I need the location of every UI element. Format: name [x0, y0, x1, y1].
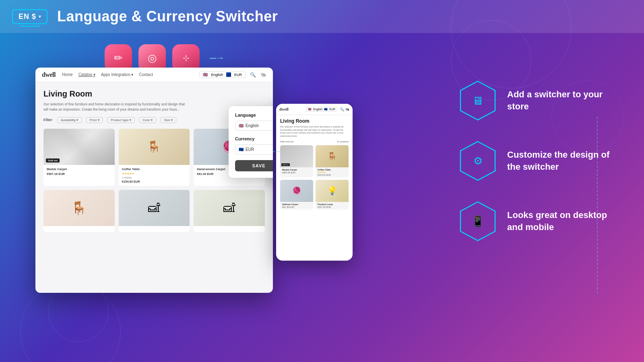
mobile-img-marble: Sold out [280, 145, 313, 167]
mobile-name-lamp: Pendant Lamp [318, 203, 347, 206]
mockup-logo: dwell [42, 71, 56, 78]
store-icon: 🖥 [472, 94, 483, 107]
product-card-coffee[interactable]: 🪑 Coffee Table ★★★★★ 1 review €154.63 EU… [119, 129, 190, 186]
currency-select[interactable]: 🇪🇺 EUR ▾ [235, 144, 273, 154]
nav-apps[interactable]: Apps Integration ▾ [101, 72, 134, 77]
mobile-info-coffee: Coffee Table ★★★★★ €154.53 EUR [316, 167, 349, 177]
filter-color[interactable]: Color ▾ [139, 117, 156, 123]
mobile-name-carpet: Hallowe Carpet [282, 203, 311, 206]
filter-label: Filter: [43, 118, 53, 122]
mobile-mockup: dwell 🇬🇧 English 🇪🇺 EUR 🔍 🛍 Living Room … [276, 104, 353, 261]
mobile-lang-bar[interactable]: 🇬🇧 English 🇪🇺 EUR [306, 107, 337, 112]
nav-contact[interactable]: Contact [139, 72, 153, 77]
product-name-coffee: Coffee Table [122, 167, 187, 171]
product-stars-coffee: ★★★★★ [122, 172, 187, 175]
desktop-mockup: dwell Home Catalog ▾ Apps Integration ▾ … [35, 68, 273, 293]
product-card-chair[interactable]: 🪑 [43, 190, 115, 232]
mobile-product-coffee[interactable]: 🪑 Coffee Table ★★★★★ €154.53 EUR [316, 145, 349, 177]
filter-price[interactable]: Price ▾ [86, 117, 103, 123]
mockup-description: Our selection of fine furniture and home… [43, 102, 188, 112]
mobile-products-grid: Sold out Marble Carpet €906.50 EUR 🪑 Cof… [280, 145, 349, 210]
product-price-marble: €907.16 EUR [47, 172, 111, 176]
mobile-filter-bar: Filter and sort 11 products [280, 140, 349, 143]
mobile-flag-en: 🇬🇧 [308, 108, 312, 111]
eyedropper-icon: ✏ [114, 52, 123, 64]
mobile-icons: 🔍 🛍 [340, 107, 349, 111]
feature-text-3: Looks great on desktop and mobile [507, 209, 620, 233]
mobile-content: Living Room Our selection of fine furnit… [276, 115, 353, 213]
feature-item-3: 📱 Looks great on desktop and mobile [460, 201, 620, 241]
filter-product-type[interactable]: Product type ▾ [107, 117, 135, 123]
mobile-filter-text[interactable]: Filter and sort [280, 140, 294, 143]
nav-home[interactable]: Home [62, 72, 73, 77]
nav-catalog[interactable]: Catalog ▾ [78, 72, 95, 77]
product-info-sofa [119, 226, 190, 232]
product-info-marble: Marble Carpet €907.16 EUR [43, 165, 115, 178]
mobile-flag-eu: 🇪🇺 [324, 108, 328, 111]
mobile-product-marble[interactable]: Sold out Marble Carpet €906.50 EUR [280, 145, 313, 177]
product-review-coffee: 1 review [122, 176, 187, 179]
badge-underline [20, 26, 40, 27]
mobile-name-marble: Marble Carpet [282, 169, 311, 171]
mobile-sold-out-badge: Sold out [281, 163, 290, 166]
lang-currency-bar[interactable]: 🇬🇧 English 🇪🇺 EUR [199, 71, 246, 78]
product-card-sofa[interactable]: 🛋 [119, 190, 190, 232]
mobile-navbar: dwell 🇬🇧 English 🇪🇺 EUR 🔍 🛍 [276, 104, 353, 115]
mobile-price-carpet: €81.35 EUR [282, 206, 311, 208]
features-section: 🖥 Add a switcher to your store ⚙ Customi… [460, 80, 620, 241]
product-name-marble: Marble Carpet [47, 167, 111, 171]
mobile-img-coffee: 🪑 [316, 145, 349, 167]
language-section-title: Language [235, 113, 273, 117]
arrow-connector: - - - → [209, 53, 223, 63]
filter-size[interactable]: Size ▾ [160, 117, 176, 123]
mobile-search-icon[interactable]: 🔍 [340, 107, 344, 111]
feature-text-2: Customize the design of the switcher [507, 149, 620, 173]
hexagon-3: 📱 [460, 201, 496, 241]
product-price-coffee: €154.63 EUR [122, 180, 187, 183]
currency-section-title: Currency [235, 136, 273, 141]
currency-value: EUR [246, 147, 254, 152]
search-icon[interactable]: 🔍 [250, 72, 256, 78]
mobile-stars-coffee: ★★★★★ [318, 171, 347, 173]
mobile-price-marble: €906.50 EUR [282, 171, 311, 174]
filter-availability[interactable]: Availability ▾ [57, 117, 82, 123]
page-title: Language & Currency Switcher [57, 8, 278, 25]
feature-item-2: ⚙ Customize the design of the switcher [460, 141, 620, 181]
product-img-chair: 🪑 [43, 190, 115, 226]
hexagon-2: ⚙ [460, 141, 496, 181]
mobile-info-carpet: Hallowe Carpet €81.35 EUR [280, 202, 313, 210]
cart-icon[interactable]: 🛍 [260, 72, 266, 78]
flag-en: 🇬🇧 [203, 72, 208, 77]
mockup-navbar: dwell Home Catalog ▾ Apps Integration ▾ … [35, 68, 273, 82]
sold-out-badge: Sold out [46, 158, 60, 162]
mobile-info-lamp: Pendant Lamp €257.54 EUR [316, 202, 349, 210]
language-select[interactable]: 🇬🇧 English ▾ [235, 121, 273, 131]
mockup-page-title: Living Room [43, 89, 265, 99]
badge-text: EN $ [19, 12, 36, 21]
product-card-marble[interactable]: Sold out Marble Carpet €907.16 EUR [43, 129, 115, 186]
mobile-lang-text: English [313, 108, 322, 111]
language-value: English [246, 123, 259, 128]
feature-item-1: 🖥 Add a switcher to your store [460, 80, 620, 121]
product-card-sofa2[interactable]: 🛋 [194, 190, 265, 232]
mobile-price-lamp: €257.54 EUR [318, 206, 347, 208]
mobile-product-carpet[interactable]: 🧶 Hallowe Carpet €81.35 EUR [280, 180, 313, 210]
flag-en-popup: 🇬🇧 [239, 123, 244, 128]
mobile-img-carpet: 🧶 [280, 180, 313, 202]
language-currency-popup: Language 🇬🇧 English ▾ Currency 🇪🇺 EUR ▾ … [229, 106, 273, 178]
product-img-coffee: 🪑 [119, 129, 190, 165]
language-currency-badge[interactable]: EN $ ▾ [12, 9, 47, 24]
mobile-info-marble: Marble Carpet €906.50 EUR [280, 167, 313, 175]
bg-decoration-3 [20, 282, 121, 362]
mobile-page-title: Living Room [280, 118, 349, 124]
save-button[interactable]: SAVE [235, 160, 273, 171]
mobile-cart-icon[interactable]: 🛍 [346, 107, 349, 111]
product-img-sofa2: 🛋 [194, 190, 265, 226]
mobile-product-lamp[interactable]: 💡 Pendant Lamp €257.54 EUR [316, 180, 349, 210]
product-info-coffee: Coffee Table ★★★★★ 1 review €154.63 EUR [119, 165, 190, 186]
mockup-dashed-connector [272, 151, 280, 152]
mobile-count: 11 products [337, 140, 349, 143]
move-icon: ⊹ [183, 53, 190, 63]
flag-eu-popup: 🇪🇺 [239, 147, 244, 152]
target-icon: ◎ [148, 52, 157, 64]
